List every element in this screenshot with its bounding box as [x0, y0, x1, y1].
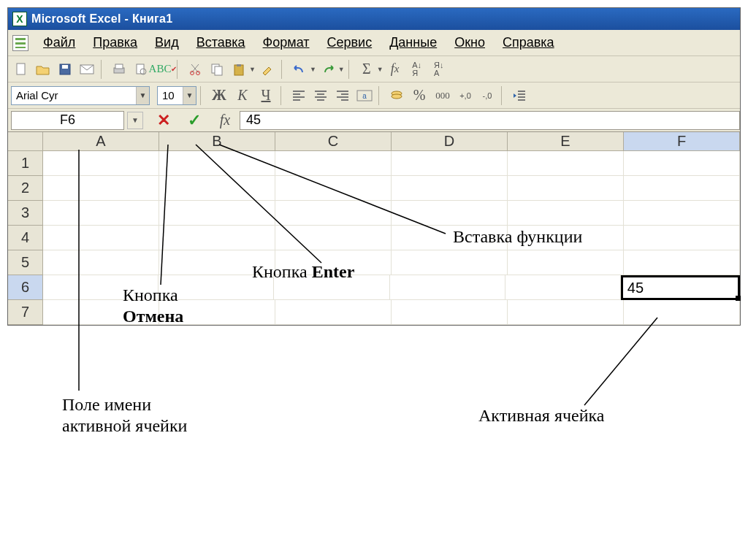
- merge-center-icon[interactable]: a: [354, 85, 375, 106]
- formula-input[interactable]: 45: [240, 111, 740, 130]
- increase-decimal-icon[interactable]: +,0: [455, 85, 476, 106]
- cell-A4[interactable]: [43, 226, 159, 250]
- cell-D5[interactable]: [392, 250, 508, 275]
- menu-file[interactable]: Файл: [36, 33, 83, 53]
- col-header-B[interactable]: B: [159, 132, 275, 150]
- chevron-down-icon[interactable]: ▼: [183, 87, 196, 104]
- format-painter-icon[interactable]: [257, 59, 278, 80]
- name-box[interactable]: F6: [11, 111, 124, 130]
- decrease-indent-icon[interactable]: [509, 85, 530, 106]
- cell-E1[interactable]: [508, 151, 624, 176]
- row-header-5[interactable]: 5: [8, 250, 42, 275]
- menu-format[interactable]: Формат: [256, 33, 317, 53]
- cell-E3[interactable]: [508, 201, 624, 226]
- col-header-F[interactable]: F: [624, 132, 740, 150]
- underline-button[interactable]: Ч: [255, 85, 277, 106]
- cell-C4[interactable]: [275, 226, 392, 250]
- font-size-combo[interactable]: 10 ▼: [157, 86, 196, 105]
- cell-C2[interactable]: [275, 176, 392, 201]
- chevron-down-icon[interactable]: ▼: [136, 87, 149, 104]
- dropdown-arrow-icon[interactable]: ▼: [310, 66, 316, 73]
- spellcheck-icon[interactable]: ABC✔: [153, 59, 173, 80]
- cell-A2[interactable]: [43, 176, 159, 201]
- redo-icon[interactable]: [318, 59, 338, 80]
- row-header-3[interactable]: 3: [8, 201, 42, 226]
- cell-A5[interactable]: [43, 250, 159, 275]
- open-icon[interactable]: [33, 59, 53, 80]
- cell-D3[interactable]: [392, 201, 508, 226]
- align-center-icon[interactable]: [310, 85, 331, 106]
- row-header-2[interactable]: 2: [8, 176, 42, 201]
- row-header-6[interactable]: 6: [8, 275, 42, 300]
- col-header-C[interactable]: C: [275, 132, 392, 150]
- menu-edit[interactable]: Правка: [85, 33, 145, 53]
- autosum-icon[interactable]: Σ: [356, 59, 377, 80]
- cell-B4[interactable]: [159, 226, 275, 250]
- sort-asc-icon[interactable]: А↓Я: [407, 59, 427, 80]
- decrease-decimal-icon[interactable]: -,0: [477, 85, 497, 106]
- cell-E2[interactable]: [508, 176, 624, 201]
- cell-D6[interactable]: [390, 275, 505, 300]
- align-right-icon[interactable]: [332, 85, 353, 106]
- row-header-7[interactable]: 7: [8, 300, 42, 325]
- fx-icon[interactable]: fx: [385, 59, 405, 80]
- email-icon[interactable]: [77, 59, 97, 80]
- cell-F3[interactable]: [624, 201, 740, 226]
- save-icon[interactable]: [55, 59, 75, 80]
- currency-icon[interactable]: [386, 85, 407, 106]
- cell-F1[interactable]: [624, 151, 740, 176]
- menu-window[interactable]: Окно: [447, 33, 492, 53]
- cell-E7[interactable]: [508, 300, 624, 325]
- cell-D2[interactable]: [392, 176, 508, 201]
- cell-E6[interactable]: [505, 275, 621, 300]
- new-icon[interactable]: [11, 59, 31, 80]
- col-header-A[interactable]: A: [43, 132, 159, 150]
- separator: [501, 86, 505, 105]
- dropdown-arrow-icon[interactable]: ▼: [338, 66, 345, 73]
- insert-function-button[interactable]: fx: [215, 110, 235, 131]
- cell-D1[interactable]: [392, 151, 508, 176]
- cancel-button[interactable]: ✕: [153, 110, 174, 131]
- row-header-4[interactable]: 4: [8, 226, 42, 250]
- menu-data[interactable]: Данные: [382, 33, 444, 53]
- paste-icon[interactable]: [229, 59, 249, 80]
- menu-tools[interactable]: Сервис: [320, 33, 380, 53]
- cell-A1[interactable]: [43, 151, 159, 176]
- cell-C7[interactable]: [275, 300, 392, 325]
- bold-button[interactable]: Ж: [208, 85, 230, 106]
- undo-icon[interactable]: [289, 59, 310, 80]
- font-name-combo[interactable]: Arial Cyr ▼: [11, 86, 150, 105]
- col-header-E[interactable]: E: [508, 132, 624, 150]
- enter-button[interactable]: ✓: [184, 110, 205, 131]
- col-header-D[interactable]: D: [392, 132, 508, 150]
- align-left-icon[interactable]: [289, 85, 309, 106]
- menu-view[interactable]: Вид: [148, 33, 186, 53]
- cell-A3[interactable]: [43, 201, 159, 226]
- cell-F5[interactable]: [624, 250, 740, 275]
- cell-D7[interactable]: [392, 300, 508, 325]
- sort-desc-icon[interactable]: Я↓А: [429, 59, 449, 80]
- thousands-button[interactable]: 000: [432, 85, 454, 106]
- print-icon[interactable]: [109, 59, 129, 80]
- cell-E5[interactable]: [508, 250, 624, 275]
- row-header-1[interactable]: 1: [8, 151, 42, 176]
- italic-button[interactable]: К: [232, 85, 253, 106]
- percent-button[interactable]: %: [408, 85, 430, 106]
- cell-F6[interactable]: 45: [621, 275, 740, 300]
- cut-icon[interactable]: [185, 59, 205, 80]
- cell-B3[interactable]: [159, 201, 275, 226]
- name-box-dropdown[interactable]: ▼: [127, 112, 143, 129]
- menu-insert[interactable]: Вставка: [189, 33, 253, 53]
- cell-F4[interactable]: [624, 226, 740, 250]
- cell-C3[interactable]: [275, 201, 392, 226]
- cell-F7[interactable]: [624, 300, 740, 325]
- copy-icon[interactable]: [207, 59, 227, 80]
- select-all-corner[interactable]: [8, 132, 43, 150]
- cell-F2[interactable]: [624, 176, 740, 201]
- cell-B2[interactable]: [159, 176, 275, 201]
- dropdown-arrow-icon[interactable]: ▼: [249, 66, 256, 73]
- cell-B1[interactable]: [159, 151, 275, 176]
- dropdown-arrow-icon[interactable]: ▼: [377, 66, 383, 73]
- menu-help[interactable]: Справка: [495, 33, 562, 53]
- cell-C1[interactable]: [275, 151, 392, 176]
